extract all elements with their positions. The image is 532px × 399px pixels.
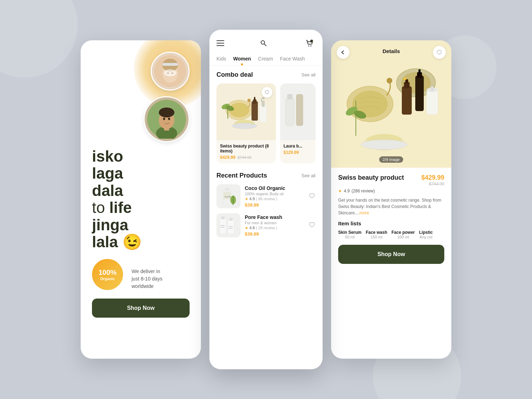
image-counter: 2/9 image: [379, 156, 403, 163]
product-description: Get your hands on the best cosmetic rang…: [338, 197, 444, 216]
phones-container: isko laga dala to life jinga lala 😉 100%…: [81, 30, 451, 369]
back-button[interactable]: [337, 46, 349, 59]
recent-item-1-heart[interactable]: [308, 192, 316, 201]
organic-badge: 100% Organic: [92, 259, 123, 290]
phone2-tabs: Kids Women Cream Face Wash: [209, 53, 323, 65]
cart-icon[interactable]: 1: [303, 37, 316, 50]
recent-item-2-sub: For men & women: [245, 221, 304, 225]
svg-line-14: [264, 44, 266, 46]
svg-text:LOGO: LOGO: [220, 226, 225, 228]
combo-card-1-price: $429.99: [220, 155, 235, 160]
recent-item-1-stars: ★ 4.9 (86 review): [245, 197, 304, 201]
combo-card-1-heart[interactable]: [262, 87, 272, 98]
svg-point-34: [232, 123, 257, 129]
tab-women[interactable]: Women: [233, 56, 251, 65]
combo-card-1-img: [216, 83, 276, 140]
shop-now-button-3[interactable]: Shop Now: [338, 245, 444, 264]
phone3-body: Swiss beauty product $429.99 $744.99 ★ 4…: [331, 168, 451, 359]
combo-card-1-info: Swiss beauty product (8 items) $429.99 $…: [216, 140, 276, 163]
combo-card-2: Laura b... $129.99: [280, 83, 316, 163]
product-name: Swiss beauty product: [338, 174, 404, 181]
svg-rect-29: [262, 100, 265, 107]
tab-kids[interactable]: Kids: [216, 56, 226, 65]
phone3-hero: Details 2/9 image: [331, 40, 451, 168]
shop-now-button-1[interactable]: Shop Now: [92, 299, 190, 318]
svg-point-4: [164, 69, 177, 76]
rating-reviews: (286 review): [352, 189, 375, 193]
svg-rect-45: [221, 216, 225, 219]
combo-section-header: Combo deal See all: [216, 71, 316, 79]
svg-text:iCocOiL: iCocOiL: [225, 196, 231, 198]
tab-facewash[interactable]: Face Wash: [280, 56, 305, 65]
phone1-sub: 100% Organic We deliver injust 8-10 days…: [92, 259, 190, 290]
combo-title: Combo deal: [216, 71, 253, 79]
phone1: isko laga dala to life jinga lala 😉 100%…: [81, 40, 201, 359]
phone1-headline: isko laga dala to life jinga lala 😉: [92, 148, 190, 250]
svg-rect-27: [254, 97, 255, 100]
recent-item-2-img: YOUR LOGO YOUR LOGO: [216, 213, 241, 237]
recent-list: iCocOiL Coco Oil Organic 100% organic Bo…: [216, 184, 316, 237]
svg-point-13: [261, 41, 265, 44]
svg-rect-58: [402, 86, 412, 115]
svg-point-55: [387, 78, 392, 83]
combo-card-1: Swiss beauty product (8 items) $429.99 $…: [216, 83, 276, 163]
svg-rect-37: [287, 94, 293, 99]
item-lists-grid: Skin Serum 50 ml Face wash 150 ml Face p…: [338, 230, 444, 239]
recent-section-header: Recent Products See all: [216, 172, 316, 179]
menu-icon[interactable]: [216, 40, 224, 46]
svg-text:LOGO: LOGO: [229, 227, 233, 229]
svg-rect-39: [225, 187, 229, 191]
svg-rect-65: [427, 90, 438, 115]
svg-point-10: [163, 118, 165, 120]
svg-rect-35: [285, 98, 294, 126]
item-skin-serum: Skin Serum 50 ml: [338, 230, 362, 239]
item-lipstick: Lipstic Any col: [419, 230, 433, 239]
item-lists-title: Item lists: [338, 220, 444, 226]
combo-see-all[interactable]: See all: [301, 72, 316, 77]
svg-rect-30: [261, 98, 262, 102]
product-header: Swiss beauty product $429.99 $744.99: [338, 174, 444, 186]
svg-point-11: [168, 118, 170, 120]
avatar-woman: [151, 52, 190, 91]
recent-item-2-heart[interactable]: [308, 221, 316, 230]
phone3-hero-img: [331, 40, 451, 168]
phone1-images: [92, 52, 190, 142]
svg-rect-49: [229, 218, 233, 221]
recent-item-2-info: Pore Face wash For men & women ★ 4.8 (28…: [245, 214, 304, 237]
price-old: $744.99: [421, 181, 444, 186]
phone2-body: Combo deal See all: [209, 65, 323, 369]
recent-item-2-price: $39.99: [245, 231, 304, 237]
more-link[interactable]: more: [359, 210, 369, 215]
recent-see-all[interactable]: See all: [301, 173, 316, 178]
recent-item-2-stars: ★ 4.8 (28 review): [245, 226, 304, 230]
combo-cards: Swiss beauty product (8 items) $429.99 $…: [216, 83, 316, 163]
recent-item-1-info: Coco Oil Organic 100% organic Body oil ★…: [245, 185, 304, 208]
deliver-text: We deliver injust 8-10 daysworldwide: [132, 268, 162, 290]
svg-point-15: [308, 46, 310, 47]
svg-rect-64: [418, 69, 421, 74]
svg-point-70: [361, 140, 407, 150]
svg-point-61: [404, 78, 406, 80]
svg-point-21: [247, 99, 251, 102]
combo-card-2-price: $129.99: [284, 150, 299, 155]
item-face-power: Face power 100 ml: [392, 230, 415, 239]
recent-item-1: iCocOiL Coco Oil Organic 100% organic Bo…: [216, 184, 316, 208]
item-face-wash: Face wash 150 ml: [366, 230, 387, 239]
combo-card-2-img: [280, 83, 316, 140]
price-col: $429.99 $744.99: [421, 174, 444, 186]
svg-rect-60: [405, 79, 408, 83]
svg-point-12: [159, 122, 165, 126]
details-title: Details: [382, 48, 400, 54]
tab-cream[interactable]: Cream: [258, 56, 273, 65]
search-icon[interactable]: [257, 37, 270, 50]
svg-rect-36: [296, 94, 303, 126]
svg-point-9: [159, 108, 174, 117]
phone2-header: 1: [209, 30, 323, 53]
combo-card-1-oldprice: $744.99: [237, 155, 251, 160]
svg-rect-3: [162, 63, 178, 66]
recent-item-2: YOUR LOGO YOUR LOGO Pore Face wash For m…: [216, 213, 316, 237]
price-new: $429.99: [421, 174, 444, 181]
recent-item-2-name: Pore Face wash: [245, 214, 304, 220]
phone2: 1 Kids Women Cream Face Wash Combo deal …: [209, 30, 323, 369]
details-heart[interactable]: [433, 46, 446, 59]
